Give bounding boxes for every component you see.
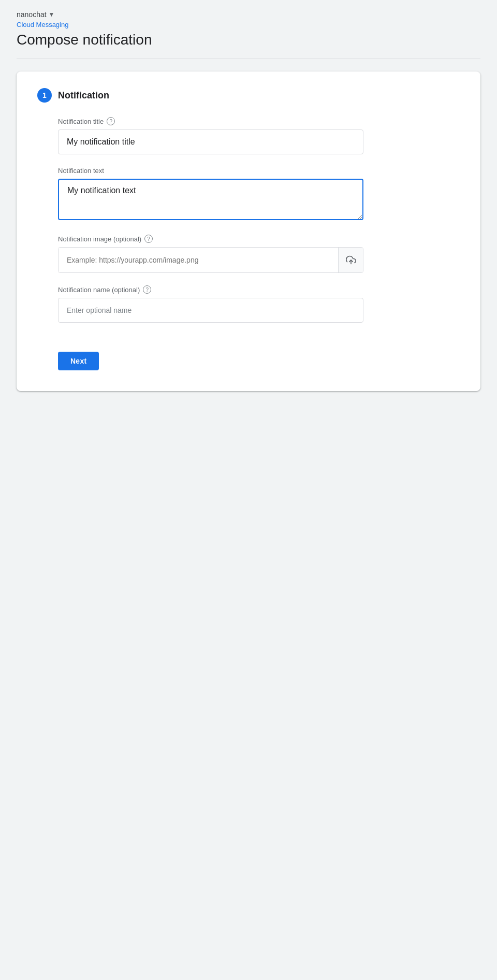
app-name-text[interactable]: nanochat (17, 10, 47, 19)
image-input-container (58, 247, 363, 273)
notification-title-input[interactable] (58, 129, 363, 154)
next-button[interactable]: Next (58, 352, 99, 370)
notification-text-label-text: Notification text (58, 167, 104, 175)
notification-image-help-icon[interactable]: ? (144, 235, 153, 243)
notification-image-group: Notification image (optional) ? (58, 235, 460, 273)
notification-title-help-icon[interactable]: ? (107, 117, 115, 125)
notification-name-group: Notification name (optional) ? (58, 285, 460, 323)
notification-image-label: Notification image (optional) ? (58, 235, 460, 243)
notification-title-label-text: Notification title (58, 118, 104, 125)
section-title: Notification (58, 90, 109, 101)
notification-text-input[interactable]: My notification text (58, 179, 363, 220)
section-header: 1 Notification (37, 88, 460, 103)
upload-button[interactable] (338, 248, 363, 272)
page-title: Compose notification (17, 32, 480, 48)
form-section: Notification title ? Notification text M… (37, 117, 460, 370)
notification-text-group: Notification text My notification text (58, 167, 460, 222)
chevron-down-icon[interactable]: ▼ (49, 11, 55, 18)
notification-name-help-icon[interactable]: ? (143, 285, 151, 294)
notification-name-label: Notification name (optional) ? (58, 285, 460, 294)
notification-name-input[interactable] (58, 298, 363, 323)
notification-image-label-text: Notification image (optional) (58, 235, 141, 243)
notification-name-label-text: Notification name (optional) (58, 286, 140, 294)
app-name-bar: nanochat ▼ (17, 10, 480, 19)
step-badge: 1 (37, 88, 52, 103)
upload-icon (346, 255, 356, 265)
notification-title-group: Notification title ? (58, 117, 460, 154)
header-divider (17, 59, 480, 59)
notification-card: 1 Notification Notification title ? Noti… (17, 71, 480, 391)
notification-text-label: Notification text (58, 167, 460, 175)
notification-image-input[interactable] (59, 248, 338, 272)
breadcrumb[interactable]: Cloud Messaging (17, 21, 480, 28)
notification-title-label: Notification title ? (58, 117, 460, 125)
